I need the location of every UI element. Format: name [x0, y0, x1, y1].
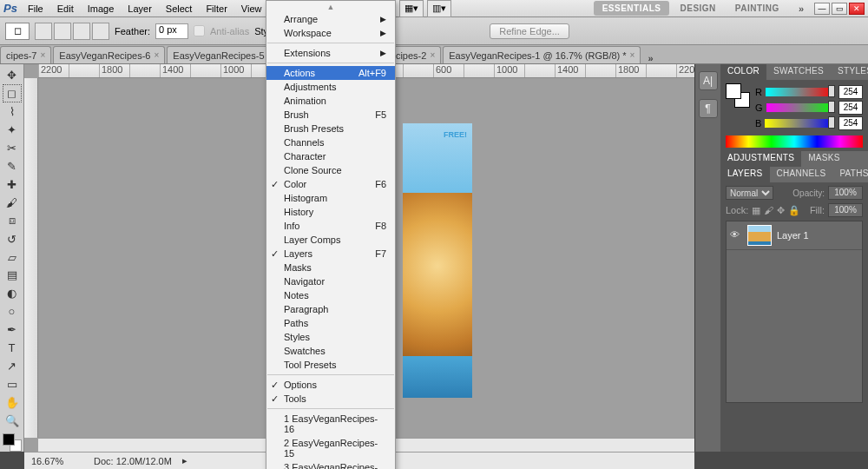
g-slider[interactable]: [766, 103, 835, 112]
tab-color[interactable]: COLOR: [720, 64, 766, 80]
close-button[interactable]: ✕: [849, 3, 865, 15]
refine-edge-button[interactable]: Refine Edge...: [490, 23, 569, 39]
document-tab[interactable]: cipes-7×: [0, 46, 51, 63]
menu-item-clone-source[interactable]: Clone Source: [266, 163, 395, 177]
arrange-dropdown[interactable]: ▥▾: [427, 0, 451, 17]
layer-item[interactable]: 👁 Layer 1: [727, 221, 862, 250]
workspace-design[interactable]: DESIGN: [671, 1, 724, 16]
menu-item-2-easyveganrecipes-15[interactable]: 2 EasyVeganRecipes-15: [266, 436, 395, 460]
menu-item-character[interactable]: Character: [266, 149, 395, 163]
menu-item-channels[interactable]: Channels: [266, 135, 395, 149]
paragraph-panel-icon[interactable]: ¶: [699, 99, 718, 118]
menu-item-info[interactable]: InfoF8: [266, 219, 395, 233]
menu-select[interactable]: Select: [159, 2, 200, 16]
selection-new-icon[interactable]: [35, 23, 52, 40]
workspace-more-icon[interactable]: »: [792, 3, 811, 14]
zoom-display[interactable]: 16.67%: [31, 456, 83, 466]
menu-view[interactable]: View: [234, 2, 269, 16]
menu-item-layer-comps[interactable]: Layer Comps: [266, 233, 395, 247]
shape-tool[interactable]: ▭: [3, 375, 22, 393]
tab-channels[interactable]: CHANNELS: [770, 167, 833, 182]
character-panel-icon[interactable]: A|: [699, 71, 718, 90]
menu-item-brush[interactable]: BrushF5: [266, 108, 395, 122]
r-slider[interactable]: [766, 88, 835, 96]
pen-tool[interactable]: ✒: [3, 320, 22, 339]
opacity-input[interactable]: 100%: [828, 186, 863, 200]
lock-all-icon[interactable]: 🔒: [788, 205, 800, 216]
document-tab[interactable]: EasyVeganRecipes-1 @ 16.7% (RGB/8) *×: [443, 46, 641, 63]
feather-input[interactable]: 0 px: [155, 23, 188, 39]
maximize-button[interactable]: ▭: [832, 3, 847, 15]
menu-file[interactable]: File: [21, 2, 50, 16]
menu-item-navigator[interactable]: Navigator: [266, 274, 395, 288]
layer-name[interactable]: Layer 1: [777, 230, 809, 241]
minimize-button[interactable]: ―: [814, 3, 830, 15]
screen-mode-dropdown[interactable]: ▦▾: [399, 0, 424, 17]
selection-add-icon[interactable]: [54, 23, 71, 40]
status-menu-icon[interactable]: ▸: [182, 455, 187, 466]
menu-item-brush-presets[interactable]: Brush Presets: [266, 122, 395, 135]
hand-tool[interactable]: ✋: [3, 393, 22, 412]
menu-item-tool-presets[interactable]: Tool Presets: [266, 358, 395, 372]
visibility-icon[interactable]: 👁: [730, 229, 742, 241]
gradient-tool[interactable]: ▤: [3, 266, 22, 284]
r-value[interactable]: 254: [838, 85, 863, 99]
menu-item-masks[interactable]: Masks: [266, 261, 395, 274]
menu-item-workspace[interactable]: Workspace▶: [266, 26, 395, 40]
menu-item-color[interactable]: ✓ColorF6: [266, 177, 395, 191]
foreground-background-swatch[interactable]: [3, 433, 22, 452]
menu-item-history[interactable]: History: [266, 205, 395, 219]
close-icon[interactable]: ×: [630, 50, 635, 60]
tab-paths[interactable]: PATHS: [832, 167, 868, 182]
menu-item-extensions[interactable]: Extensions▶: [266, 46, 395, 60]
fill-input[interactable]: 100%: [828, 203, 863, 217]
color-spectrum[interactable]: [726, 135, 863, 148]
menu-item-histogram[interactable]: Histogram: [266, 191, 395, 205]
close-icon[interactable]: ×: [430, 50, 435, 60]
menu-item-tools[interactable]: ✓Tools: [266, 392, 395, 406]
lasso-tool[interactable]: ⌇: [3, 102, 22, 121]
workspace-painting[interactable]: PAINTING: [727, 1, 788, 16]
menu-item-1-easyveganrecipes-16[interactable]: 1 EasyVeganRecipes-16: [266, 412, 395, 436]
close-icon[interactable]: ×: [40, 50, 45, 60]
tab-layers[interactable]: LAYERS: [720, 167, 770, 182]
menu-item-paths[interactable]: Paths: [266, 316, 395, 330]
tab-masks[interactable]: MASKS: [801, 151, 847, 167]
healing-tool[interactable]: ✚: [3, 175, 22, 194]
menu-item-swatches[interactable]: Swatches: [266, 344, 395, 358]
move-tool[interactable]: ✥: [3, 66, 22, 84]
b-value[interactable]: 254: [838, 116, 863, 130]
g-value[interactable]: 254: [838, 101, 863, 115]
menu-item-paragraph[interactable]: Paragraph: [266, 302, 395, 316]
dodge-tool[interactable]: ○: [3, 302, 22, 320]
document-tab[interactable]: EasyVeganRecipes-5×: [167, 46, 279, 63]
menu-item-styles[interactable]: Styles: [266, 330, 395, 344]
menu-item-adjustments[interactable]: Adjustments: [266, 80, 395, 94]
blend-mode-select[interactable]: Normal: [726, 186, 773, 200]
selection-intersect-icon[interactable]: [92, 23, 109, 40]
workspace-essentials[interactable]: ESSENTIALS: [594, 1, 670, 16]
brush-tool[interactable]: 🖌: [3, 194, 22, 212]
eyedropper-tool[interactable]: ✎: [3, 157, 22, 175]
menu-item-layers[interactable]: ✓LayersF7: [266, 247, 395, 261]
layer-thumbnail[interactable]: [747, 225, 772, 246]
selection-subtract-icon[interactable]: [73, 23, 90, 40]
close-icon[interactable]: ×: [155, 50, 160, 60]
tool-preset-picker[interactable]: ◻: [5, 23, 30, 40]
menu-item-arrange[interactable]: Arrange▶: [266, 12, 395, 26]
tabs-overflow-icon[interactable]: »: [642, 53, 658, 63]
document-tab[interactable]: EasyVeganRecipes-6×: [53, 46, 165, 63]
path-tool[interactable]: ↗: [3, 357, 22, 375]
menu-item-actions[interactable]: ActionsAlt+F9: [266, 66, 395, 80]
menu-layer[interactable]: Layer: [121, 2, 159, 16]
eraser-tool[interactable]: ▱: [3, 248, 22, 267]
menu-item-notes[interactable]: Notes: [266, 288, 395, 302]
lock-pixels-icon[interactable]: 🖌: [764, 205, 773, 215]
lock-transparency-icon[interactable]: ▦: [752, 205, 760, 216]
blur-tool[interactable]: ◐: [3, 284, 22, 302]
type-tool[interactable]: T: [3, 339, 22, 357]
zoom-tool[interactable]: 🔍: [3, 412, 22, 430]
history-brush-tool[interactable]: ↺: [3, 230, 22, 248]
crop-tool[interactable]: ✂: [3, 139, 22, 157]
wand-tool[interactable]: ✦: [3, 121, 22, 139]
